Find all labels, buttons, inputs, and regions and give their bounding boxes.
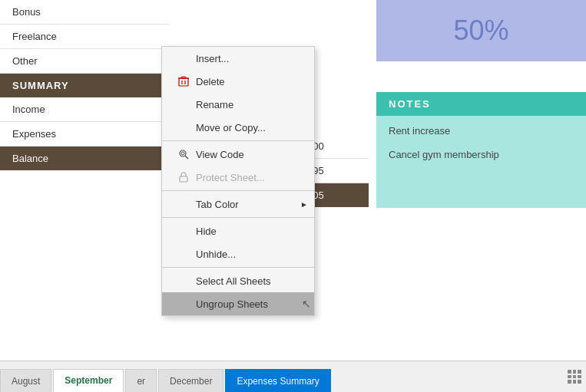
cursor-indicator: ↖ [302, 298, 311, 310]
note-1: Rent increase [389, 125, 574, 137]
notes-header: NOTES [376, 92, 586, 116]
tab-december[interactable]: December [158, 369, 223, 392]
unhide-icon [177, 248, 190, 260]
notes-content: Rent increase Cancel gym membership [376, 116, 586, 208]
protect-sheet-icon [177, 171, 190, 183]
menu-item-view-code[interactable]: View Code [162, 143, 314, 166]
summary-header: SUMMARY [0, 74, 169, 97]
svg-point-5 [180, 150, 186, 156]
menu-item-insert[interactable]: Insert... [162, 47, 314, 70]
select-all-icon [177, 275, 190, 287]
svg-point-6 [181, 152, 184, 155]
tabs-bar: August September October er December Exp… [0, 361, 586, 392]
income-row: Income [0, 97, 169, 122]
percent-value: 50% [453, 15, 508, 47]
menu-item-protect-sheet[interactable]: Protect Sheet... [162, 166, 314, 189]
rename-icon [177, 98, 190, 110]
insert-icon [177, 52, 190, 64]
menu-item-hide[interactable]: Hide [162, 219, 314, 242]
tab-color-arrow: ► [300, 200, 308, 209]
menu-separator-4 [162, 267, 314, 268]
svg-rect-4 [181, 77, 186, 78]
tab-august[interactable]: August [0, 369, 51, 392]
svg-line-7 [185, 156, 188, 159]
balance-row: Balance [0, 147, 169, 170]
income-value: 000 [307, 134, 369, 159]
menu-separator-1 [162, 140, 314, 141]
ungroup-icon [177, 298, 190, 310]
value-area: 000 995 005 [307, 134, 369, 207]
menu-item-move-copy[interactable]: Move or Copy... [162, 116, 314, 139]
view-code-icon [177, 148, 190, 160]
menu-item-rename[interactable]: Rename [162, 93, 314, 116]
menu-item-tab-color[interactable]: Tab Color ► [162, 193, 314, 216]
percent-display: 50% [376, 0, 586, 61]
menu-item-unhide[interactable]: Unhide... [162, 242, 314, 265]
menu-separator-3 [162, 217, 314, 218]
row-freelance: Freelance [0, 25, 169, 49]
menu-item-select-all[interactable]: Select All Sheets [162, 269, 314, 292]
tab-expenses-summary[interactable]: Expenses Summary [225, 369, 330, 392]
svg-rect-8 [180, 176, 187, 182]
menu-item-ungroup[interactable]: Ungroup Sheets ↖ [162, 292, 314, 315]
menu-separator-2 [162, 190, 314, 191]
hide-icon [177, 225, 190, 237]
tab-color-icon [177, 198, 190, 210]
tab-september[interactable]: September [53, 369, 124, 392]
note-2: Cancel gym membership [389, 149, 574, 160]
balance-value: 005 [307, 183, 369, 207]
menu-item-delete[interactable]: Delete [162, 70, 314, 93]
row-other: Other [0, 49, 169, 74]
expenses-value: 995 [307, 159, 369, 183]
svg-rect-0 [179, 78, 188, 86]
tab-october-partial[interactable]: er [125, 369, 157, 392]
notes-section: NOTES Rent increase Cancel gym membershi… [376, 92, 586, 208]
expenses-row: Expenses [0, 122, 169, 147]
row-bonus: Bonus [0, 0, 169, 25]
grid-icon [568, 370, 581, 384]
delete-icon [177, 75, 190, 87]
sheet-data-area: Bonus Freelance Other SUMMARY Income Exp… [0, 0, 169, 170]
context-menu: Insert... Delete Rename Move or Copy... [161, 46, 315, 316]
move-copy-icon [177, 121, 190, 133]
scrollbar-area [563, 361, 586, 392]
